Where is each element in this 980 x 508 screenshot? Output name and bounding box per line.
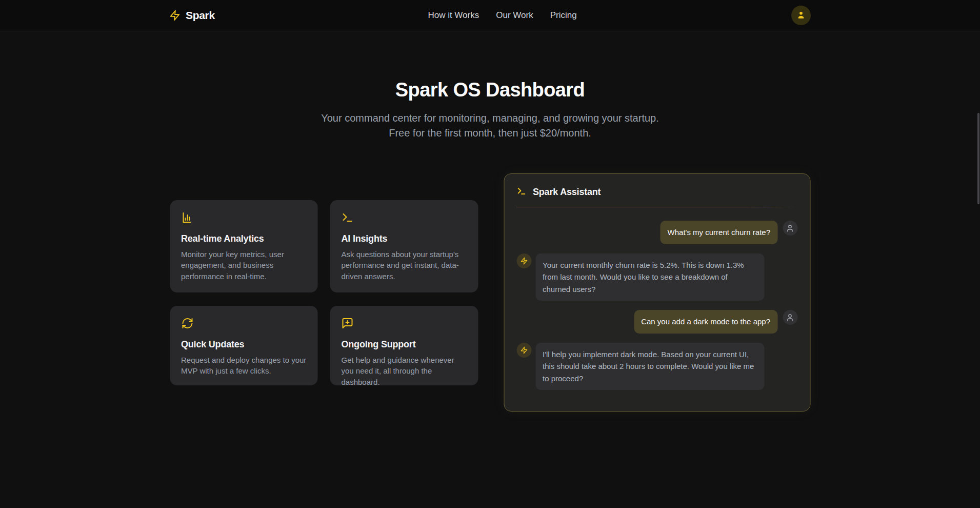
feature-title: Ongoing Support bbox=[342, 339, 467, 350]
feature-card-ai-insights: AI Insights Ask questions about your sta… bbox=[330, 200, 478, 292]
bar-chart-icon bbox=[181, 211, 307, 226]
brand-logo[interactable]: Spark bbox=[169, 9, 215, 22]
chat-message-assistant: I'll help you implement dark mode. Based… bbox=[516, 343, 797, 390]
user-avatar bbox=[783, 310, 797, 325]
user-message-bubble: What's my current churn rate? bbox=[661, 221, 777, 244]
assistant-avatar bbox=[516, 343, 531, 358]
nav-link-our-work[interactable]: Our Work bbox=[496, 10, 533, 21]
chat-message-user: Can you add a dark mode to the app? bbox=[516, 310, 797, 334]
account-avatar-button[interactable] bbox=[791, 6, 811, 25]
feature-description: Monitor your key metrics, user engagemen… bbox=[181, 249, 307, 282]
main-content: Real-time Analytics Monitor your key met… bbox=[170, 173, 810, 412]
user-avatar bbox=[783, 221, 797, 236]
spark-assistant-panel: Spark Assistant What's my current churn … bbox=[504, 173, 810, 412]
zap-icon bbox=[169, 10, 181, 21]
zap-icon bbox=[520, 346, 528, 354]
user-icon bbox=[786, 224, 794, 232]
feature-description: Get help and guidance whenever you need … bbox=[342, 355, 467, 385]
assistant-message-bubble: Your current monthly churn rate is 5.2%.… bbox=[535, 253, 764, 301]
user-message-bubble: Can you add a dark mode to the app? bbox=[634, 310, 777, 334]
feature-title: AI Insights bbox=[342, 233, 467, 244]
assistant-title: Spark Assistant bbox=[533, 187, 601, 198]
feature-card-quick-updates: Quick Updates Request and deploy changes… bbox=[170, 306, 318, 385]
zap-icon bbox=[520, 257, 528, 265]
feature-card-ongoing-support: Ongoing Support Get help and guidance wh… bbox=[330, 306, 478, 385]
feature-title: Real-time Analytics bbox=[181, 233, 307, 244]
nav-link-how-it-works[interactable]: How it Works bbox=[428, 10, 479, 21]
chat-messages: What's my current churn rate? Your curre… bbox=[516, 221, 797, 390]
terminal-icon bbox=[342, 211, 467, 226]
page-scrollbar[interactable] bbox=[977, 113, 979, 204]
page-title: Spark OS Dashboard bbox=[0, 78, 980, 102]
message-square-plus-icon bbox=[342, 317, 467, 331]
assistant-avatar bbox=[516, 253, 531, 268]
chat-message-assistant: Your current monthly churn rate is 5.2%.… bbox=[516, 253, 797, 301]
user-icon bbox=[786, 314, 794, 322]
assistant-header: Spark Assistant bbox=[516, 186, 797, 198]
assistant-message-bubble: I'll help you implement dark mode. Based… bbox=[535, 343, 764, 390]
chat-message-user: What's my current churn rate? bbox=[516, 221, 797, 244]
assistant-divider bbox=[516, 207, 797, 207]
refresh-icon bbox=[181, 317, 307, 331]
feature-grid: Real-time Analytics Monitor your key met… bbox=[170, 200, 478, 385]
feature-card-realtime-analytics: Real-time Analytics Monitor your key met… bbox=[170, 200, 318, 292]
top-bar: Spark How it Works Our Work Pricing bbox=[0, 0, 980, 31]
page-subtitle: Your command center for monitoring, mana… bbox=[313, 111, 667, 141]
feature-description: Request and deploy changes to your MVP w… bbox=[181, 355, 307, 377]
nav-link-pricing[interactable]: Pricing bbox=[550, 10, 577, 21]
feature-title: Quick Updates bbox=[181, 339, 307, 350]
feature-description: Ask questions about your startup's perfo… bbox=[342, 249, 467, 282]
user-icon bbox=[796, 10, 806, 22]
top-bar-inner: Spark How it Works Our Work Pricing bbox=[169, 0, 811, 31]
main-nav: How it Works Our Work Pricing bbox=[428, 0, 576, 31]
terminal-icon bbox=[516, 186, 526, 198]
brand-name: Spark bbox=[186, 9, 215, 22]
